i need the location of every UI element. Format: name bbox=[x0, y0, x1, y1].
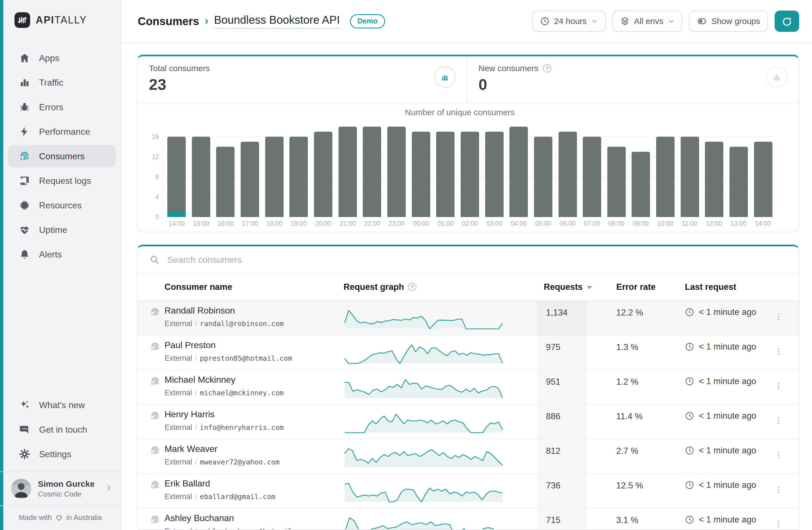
sidebar-item-request-logs[interactable]: Request logs bbox=[8, 170, 116, 192]
bolt-icon bbox=[19, 126, 30, 137]
app-logo[interactable]: APITALLY bbox=[14, 12, 120, 28]
chart-bar[interactable] bbox=[632, 152, 650, 217]
chart-y-tick: 16 bbox=[143, 133, 159, 141]
requests-cell: 715 bbox=[537, 508, 587, 530]
fingerprint-icon bbox=[150, 515, 160, 527]
chart-bar[interactable] bbox=[681, 137, 699, 217]
table-row[interactable]: Ashley Buchanan External/ashleybuchanan@… bbox=[138, 508, 799, 530]
request-sparkline bbox=[344, 514, 503, 530]
chart-bar[interactable] bbox=[412, 132, 430, 217]
breadcrumb-app-selector[interactable]: Boundless Bookstore API bbox=[214, 14, 339, 29]
clock-icon bbox=[685, 307, 694, 317]
chart-bar[interactable] bbox=[387, 127, 406, 217]
row-menu-button[interactable] bbox=[772, 483, 785, 499]
toggle-chart-button-disabled[interactable] bbox=[766, 67, 787, 88]
chart-bar[interactable] bbox=[314, 132, 332, 217]
last-request-cell: < 1 minute ago bbox=[685, 480, 756, 490]
total-consumers-value: 23 bbox=[149, 75, 455, 94]
sidebar-item-label: Consumers bbox=[39, 151, 85, 161]
row-menu-button[interactable] bbox=[772, 310, 785, 326]
sidebar-item-performance[interactable]: Performance bbox=[8, 120, 116, 143]
sidebar-item-traffic[interactable]: Traffic bbox=[8, 71, 116, 94]
consumer-name: Erik Ballard bbox=[164, 478, 210, 489]
chart-bar[interactable] bbox=[192, 137, 210, 217]
table-row[interactable]: Paul Preston External/ppreston85@hotmail… bbox=[138, 335, 799, 370]
consumer-type: External bbox=[164, 492, 192, 501]
show-groups-button[interactable]: Show groups bbox=[689, 11, 768, 32]
table-row[interactable]: Michael Mckinney External/michael@mckinn… bbox=[138, 370, 799, 405]
refresh-button[interactable] bbox=[774, 11, 799, 32]
chart-bar[interactable] bbox=[729, 147, 748, 217]
sidebar-item-settings[interactable]: Settings bbox=[8, 443, 116, 465]
env-filter-button[interactable]: All envs bbox=[612, 11, 682, 32]
consumer-name: Henry Harris bbox=[164, 409, 215, 419]
sidebar-item-apps[interactable]: Apps bbox=[8, 47, 116, 69]
chart-bar[interactable] bbox=[656, 137, 675, 217]
time-range-button[interactable]: 24 hours bbox=[532, 11, 606, 32]
chevron-separator-icon: › bbox=[205, 15, 208, 27]
chart-bar[interactable] bbox=[338, 127, 357, 217]
sidebar-item-resources[interactable]: Resources bbox=[8, 194, 116, 216]
chip-icon bbox=[19, 200, 30, 211]
error-rate-value: 11.4 % bbox=[616, 412, 642, 421]
row-menu-button[interactable] bbox=[772, 379, 785, 395]
chart-bar[interactable] bbox=[436, 132, 454, 217]
chart-bar[interactable] bbox=[534, 137, 552, 217]
table-row[interactable]: Henry Harris External/info@henryharris.c… bbox=[138, 405, 799, 439]
sidebar-item-get-in-touch[interactable]: Get in touch bbox=[8, 418, 116, 441]
error-rate-value: 12.2 % bbox=[616, 308, 643, 318]
help-icon[interactable]: ? bbox=[543, 64, 551, 73]
chart-bar[interactable] bbox=[559, 132, 577, 217]
consumer-name: Randall Robinson bbox=[164, 305, 235, 316]
chart-x-tick: 12:00 bbox=[702, 220, 726, 227]
requests-cell: 812 bbox=[537, 439, 587, 473]
sidebar-item-uptime[interactable]: Uptime bbox=[8, 219, 116, 241]
search-input[interactable] bbox=[167, 255, 787, 265]
user-menu[interactable]: Simon Gurcke Cosmic Code bbox=[0, 471, 120, 506]
error-rate-value: 1.3 % bbox=[616, 342, 638, 352]
chart-x-tick: 02:00 bbox=[458, 220, 482, 227]
sidebar-item-alerts[interactable]: Alerts bbox=[8, 243, 116, 266]
row-menu-button[interactable] bbox=[772, 345, 785, 360]
request-sparkline bbox=[344, 410, 503, 434]
chart-x-tick: 08:00 bbox=[604, 220, 629, 227]
chart-bar[interactable] bbox=[705, 142, 723, 217]
row-menu-button[interactable] bbox=[772, 448, 785, 464]
chart-x-tick: 10:00 bbox=[653, 220, 678, 227]
chart-x-tick: 19:00 bbox=[287, 220, 311, 227]
help-icon[interactable]: ? bbox=[408, 283, 416, 291]
table-row[interactable]: Erik Ballard External/eballard@gmail.com… bbox=[138, 474, 799, 508]
chart-x-tick: 18:00 bbox=[262, 220, 287, 227]
sidebar-item-errors[interactable]: Errors bbox=[8, 96, 116, 118]
table-row[interactable]: Randall Robinson External/randall@robins… bbox=[138, 301, 799, 335]
requests-cell: 975 bbox=[537, 335, 587, 370]
chart-bar[interactable] bbox=[167, 137, 186, 217]
chart-bar[interactable] bbox=[363, 127, 381, 217]
chart-bar[interactable] bbox=[754, 142, 772, 217]
chart-bar[interactable] bbox=[509, 127, 528, 217]
request-sparkline bbox=[344, 306, 503, 330]
toggle-chart-button[interactable] bbox=[434, 67, 455, 88]
chart-bar[interactable] bbox=[461, 132, 479, 217]
chart-x-tick: 06:00 bbox=[555, 220, 580, 227]
chart-bar[interactable] bbox=[241, 142, 259, 217]
request-sparkline bbox=[344, 445, 503, 468]
chart-bar[interactable] bbox=[607, 147, 626, 217]
row-menu-button[interactable] bbox=[772, 414, 785, 430]
chart-bar[interactable] bbox=[583, 137, 601, 217]
chart-bar[interactable] bbox=[485, 132, 504, 217]
column-last-request[interactable]: Last request bbox=[685, 282, 736, 292]
sidebar-item-consumers[interactable]: Consumers bbox=[8, 145, 116, 167]
chart-bar[interactable] bbox=[265, 137, 284, 217]
chart-bar[interactable] bbox=[216, 147, 234, 217]
clock-icon bbox=[685, 342, 694, 352]
column-error-rate[interactable]: Error rate bbox=[616, 282, 655, 292]
consumer-email: ashleybuchanan@hotmail.com bbox=[200, 527, 309, 530]
table-row[interactable]: Mark Weaver External/mweaver72@yahoo.com… bbox=[138, 439, 799, 474]
consumer-subtitle: External/eballard@gmail.com bbox=[164, 492, 276, 501]
new-consumers-value: 0 bbox=[478, 75, 787, 94]
column-requests-sort[interactable]: Requests bbox=[544, 282, 592, 292]
row-menu-button[interactable] bbox=[772, 518, 785, 530]
sidebar-item-whats-new[interactable]: What's new bbox=[8, 394, 116, 416]
chart-bar[interactable] bbox=[289, 137, 308, 217]
